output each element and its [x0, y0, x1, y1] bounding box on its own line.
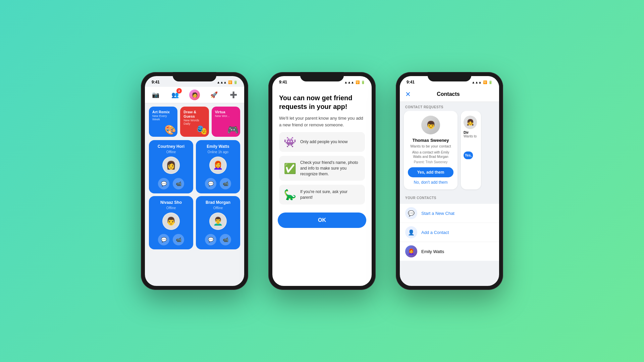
contact-avatar-nivaaz: 👨 [162, 213, 180, 230]
contact-avatar-emily: 👩‍🦰 [209, 157, 227, 174]
game-card-art-remix[interactable]: Art Remix New Every Week 🎨 [149, 107, 177, 137]
game-title-2: Draw & Guess [183, 110, 205, 119]
status-time-2: 9:41 [279, 80, 287, 84]
game-subtitle-1: New Every Week [152, 114, 174, 121]
contact-name-nivaaz: Nivaaz Sho [160, 200, 182, 205]
add-contact-icon[interactable]: ➕ [228, 89, 239, 100]
ok-button[interactable]: OK [278, 213, 366, 228]
battery-icon-2: 🔋 [361, 80, 365, 84]
new-chat-icon: 💬 [405, 207, 417, 219]
game-subtitle-2: New Words Daily [183, 119, 205, 125]
add-contact-label: Add a Contact [421, 230, 449, 235]
phone1-navbar: 📷 👥 2 🧑 🚀 ➕ [145, 87, 244, 103]
emily-avatar: 👩‍🦰 [405, 245, 417, 257]
game-emoji-1: 🎨 [164, 124, 176, 135]
game-card-virtual[interactable]: Virtua New Wor... 🎮 [212, 107, 240, 137]
phone-3: 9:41 ▲▲▲ 🛜 🔋 ✕ Contacts CONTACT REQUESTS… [396, 72, 503, 290]
camera-icon[interactable]: 📷 [150, 89, 161, 100]
add-contact-item[interactable]: 👤 Add a Contact [400, 223, 499, 242]
safety-tip-2: ✅ Check your friend's name, photo and in… [279, 156, 365, 181]
contact-card-courtney[interactable]: Courtney Hori Offline 👩 💬 📹 [149, 140, 193, 193]
notification-badge: 2 [176, 88, 182, 94]
emily-contact-row[interactable]: 👩‍🦰 Emily Watts [400, 242, 499, 261]
battery-icon-3: 🔋 [488, 80, 492, 84]
tip-text-1: Only add people you know [300, 139, 347, 145]
modal-title: You can now get friend requests in your … [279, 94, 365, 111]
game-title-1: Art Remix [152, 110, 174, 114]
contact-card-brad[interactable]: Brad Morgan Offline 👨‍🦱 💬 📹 [196, 196, 240, 249]
game-subtitle-3: New Wor... [215, 114, 237, 118]
contact-name-courtney: Courtney Hori [158, 144, 184, 149]
request-avatar-thomas: 👦 [421, 116, 440, 134]
request-avatar-partial: 👧 [464, 116, 477, 129]
user-avatar-nav[interactable]: 🧑 [189, 89, 200, 100]
no-add-thomas-button[interactable]: No, don't add them [414, 180, 447, 185]
wifi-icon-3: 🛜 [483, 80, 487, 84]
contacts-grid: Courtney Hori Offline 👩 💬 📹 Emily Watts … [145, 140, 244, 253]
message-btn-courtney[interactable]: 💬 [158, 178, 169, 189]
phones-container: 9:41 ▲▲▲ 🛜 🔋 📷 👥 2 🧑 🚀 ➕ [141, 72, 503, 290]
game-card-draw-guess[interactable]: Draw & Guess New Words Daily 🎭 [180, 107, 209, 137]
request-parent-thomas: Parent: Trish Sweeney [414, 160, 448, 164]
contact-status-nivaaz: Offline [166, 206, 176, 210]
friend-request-modal: You can now get friend requests in your … [272, 87, 372, 210]
contact-name-brad: Brad Morgan [206, 200, 230, 205]
start-new-chat-item[interactable]: 💬 Start a New Chat [400, 204, 499, 223]
contact-status-emily: Online 1h ago [208, 150, 228, 154]
tip-emoji-3: 🦕 [284, 189, 296, 200]
notch-2 [300, 72, 344, 81]
modal-subtitle: We'll let your parent know any time you … [279, 115, 365, 128]
phone1-screen: 9:41 ▲▲▲ 🛜 🔋 📷 👥 2 🧑 🚀 ➕ [145, 76, 244, 286]
contact-actions-brad: 💬 📹 [205, 234, 231, 245]
contacts-page-title: Contacts [437, 91, 460, 97]
games-row: Art Remix New Every Week 🎨 Draw & Guess … [145, 103, 244, 140]
close-contacts-icon[interactable]: ✕ [405, 90, 411, 98]
request-name-thomas: Thomas Sweeney [412, 138, 449, 143]
signal-icon-1: ▲▲▲ [217, 80, 227, 84]
contact-status-courtney: Offline [166, 150, 176, 154]
contact-name-emily: Emily Watts [207, 144, 229, 149]
your-contacts-label: YOUR CONTACTS [400, 193, 499, 202]
requests-scroll: 👦 Thomas Sweeney Wants to be your contac… [400, 111, 499, 193]
contact-actions-emily: 💬 📹 [205, 178, 231, 189]
request-name-partial: Dir [464, 130, 469, 134]
message-btn-nivaaz[interactable]: 💬 [158, 234, 169, 245]
contacts-header: ✕ Contacts [400, 87, 499, 102]
wifi-icon-2: 🛜 [356, 80, 360, 84]
game-emoji-3: 🎮 [227, 124, 239, 135]
request-card-partial: 👧 Dir Wants to Yes, [461, 111, 481, 189]
contact-requests-label: CONTACT REQUESTS [400, 102, 499, 111]
your-contacts-section: 💬 Start a New Chat 👤 Add a Contact 👩‍🦰 E… [400, 204, 499, 261]
contact-card-emily[interactable]: Emily Watts Online 1h ago 👩‍🦰 💬 📹 [196, 140, 240, 193]
contact-avatar-brad: 👨‍🦱 [209, 213, 227, 230]
people-icon-wrapper[interactable]: 👥 2 [170, 89, 180, 100]
video-btn-courtney[interactable]: 📹 [173, 178, 184, 189]
status-time-1: 9:41 [152, 80, 160, 84]
tip-emoji-1: 👾 [284, 136, 296, 148]
notch-1 [173, 72, 216, 81]
rocket-icon[interactable]: 🚀 [209, 89, 219, 100]
message-btn-brad[interactable]: 💬 [205, 234, 216, 245]
contact-avatar-courtney: 👩 [162, 157, 180, 174]
emily-name: Emily Watts [421, 249, 444, 254]
contact-actions-courtney: 💬 📹 [158, 178, 184, 189]
battery-icon-1: 🔋 [233, 80, 237, 84]
tip-text-2: Check your friend's name, photo and info… [300, 160, 360, 177]
video-btn-brad[interactable]: 📹 [220, 234, 231, 245]
request-status-partial: Wants to [464, 134, 477, 138]
signal-icon-3: ▲▲▲ [472, 80, 482, 84]
safety-tip-3: 🦕 If you're not sure, ask your parent! [279, 185, 365, 204]
yes-btn-partial[interactable]: Yes, [464, 152, 473, 159]
request-card-thomas: 👦 Thomas Sweeney Wants to be your contac… [404, 111, 458, 189]
contact-card-nivaaz[interactable]: Nivaaz Sho Offline 👨 💬 📹 [149, 196, 193, 249]
safety-tip-1: 👾 Only add people you know [279, 132, 365, 152]
yes-add-thomas-button[interactable]: Yes, add them [408, 167, 453, 177]
signal-icon-2: ▲▲▲ [344, 80, 354, 84]
status-icons-3: ▲▲▲ 🛜 🔋 [472, 80, 492, 84]
video-btn-emily[interactable]: 📹 [220, 178, 231, 189]
contact-status-brad: Offline [213, 206, 223, 210]
game-emoji-2: 🎭 [196, 124, 208, 135]
video-btn-nivaaz[interactable]: 📹 [173, 234, 184, 245]
message-btn-emily[interactable]: 💬 [205, 178, 216, 189]
wifi-icon-1: 🛜 [228, 80, 232, 84]
